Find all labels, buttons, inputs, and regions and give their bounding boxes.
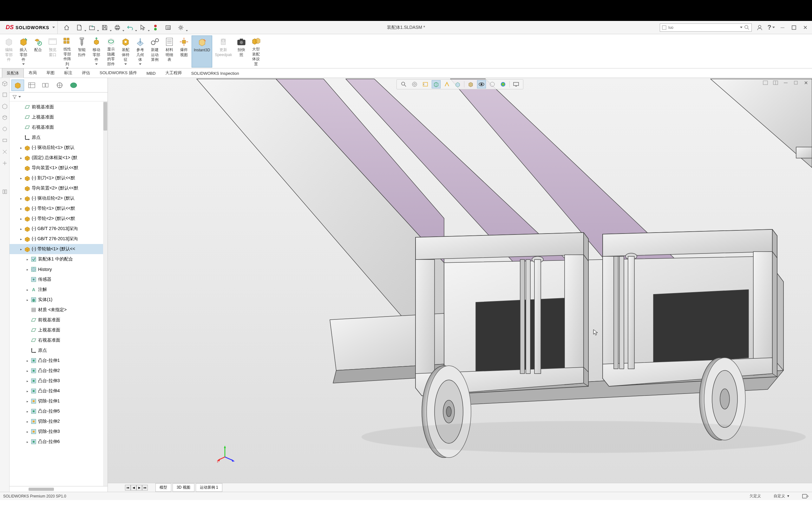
open-button[interactable] (88, 23, 96, 32)
tree-item-11[interactable]: ▸(-) 带轮<2> (默认<<默 (9, 214, 107, 224)
graphics-area[interactable]: — × (108, 78, 812, 492)
tree-item-0[interactable]: 前视基准面 (9, 102, 107, 112)
sheet-nav-last[interactable]: ⏭ (142, 485, 148, 491)
dyn-annot-button[interactable] (443, 80, 451, 89)
tree-expand-icon[interactable]: ▸ (19, 217, 23, 221)
tree-item-6[interactable]: 导向装置<1> (默认<<默 (9, 163, 107, 173)
tree-item-12[interactable]: ▸(-) GB/T 276-2013[深沟 (9, 224, 107, 234)
tree-expand-icon[interactable] (26, 278, 29, 281)
user-button[interactable] (756, 24, 763, 31)
tree-item-14[interactable]: ▸(-) 带轮轴<1> (默认<< (9, 244, 107, 254)
tree-item-21[interactable]: 前视基准面 (9, 315, 107, 325)
ribbon-tab-1[interactable]: 布局 (24, 68, 42, 78)
sheet-tab-model[interactable]: 模型 (155, 483, 171, 492)
undo-button[interactable] (125, 23, 135, 32)
tree-item-9[interactable]: ▸(-) 驱动后轮<2> (默认 (9, 193, 107, 204)
ribbon-tab-3[interactable]: 标注 (59, 68, 77, 78)
tree-item-31[interactable]: ▸切除-拉伸2 (9, 416, 107, 427)
hide-show-button[interactable] (477, 80, 486, 89)
rebuild-button[interactable] (151, 23, 160, 32)
ribbon-insert-part[interactable]: 插入零部件 (16, 36, 31, 67)
help-button[interactable]: ? (768, 24, 774, 31)
tree-item-3[interactable]: 原点 (9, 132, 107, 143)
ribbon-move-part[interactable]: 移动零部件 (90, 36, 103, 67)
tree-expand-icon[interactable]: ▸ (19, 146, 23, 150)
ribbon-linear-pattern[interactable]: 线性零部件阵列 (60, 36, 74, 67)
tree-item-29[interactable]: ▸切除-拉伸1 (9, 396, 107, 406)
tree-item-19[interactable]: ▸实体(1) (9, 295, 107, 305)
sheet-nav-next[interactable]: ▶ (136, 485, 142, 491)
options-list-button[interactable] (164, 23, 172, 32)
lt-tool9[interactable] (1, 188, 8, 195)
logo[interactable]: DS SOLIDWORKS (3, 21, 58, 34)
lt-cube2-icon[interactable] (1, 103, 8, 110)
tree-expand-icon[interactable] (19, 166, 23, 170)
tree-expand-icon[interactable]: ▸ (26, 409, 29, 413)
ribbon-assembly-features[interactable]: 装配体特征 (119, 36, 133, 67)
tree-expand-icon[interactable]: ▸ (19, 247, 23, 251)
tree-expand-icon[interactable] (19, 115, 23, 119)
settings-button[interactable] (176, 23, 185, 32)
vp-split2-button[interactable] (772, 79, 779, 86)
ribbon-show-hidden[interactable]: 显示隐藏的零部件 (104, 36, 118, 67)
vp-close-button[interactable]: × (803, 79, 809, 86)
tree-expand-icon[interactable]: ▸ (26, 389, 29, 393)
tree-expand-icon[interactable]: ▸ (19, 196, 23, 200)
tree-item-17[interactable]: 传感器 (9, 274, 107, 285)
zoom-area-button[interactable] (410, 80, 419, 89)
save-button[interactable] (100, 23, 109, 32)
tree-item-15[interactable]: ▸装配体1 中的配合 (9, 254, 107, 264)
tree-hscroll[interactable] (9, 486, 107, 492)
tree-expand-icon[interactable] (26, 338, 29, 342)
tree-expand-icon[interactable] (19, 105, 23, 109)
search-box[interactable]: luo (660, 23, 752, 32)
home-button[interactable] (62, 23, 71, 32)
scene-button[interactable] (499, 80, 507, 89)
tree-expand-icon[interactable] (26, 308, 29, 312)
tree-item-4[interactable]: ▸(-) 驱动后轮<1> (默认 (9, 143, 107, 153)
ribbon-tab-6[interactable]: MBD (142, 69, 160, 78)
select-button[interactable] (138, 23, 147, 32)
tree-expand-icon[interactable]: ▸ (19, 176, 23, 180)
tree-expand-icon[interactable] (19, 135, 23, 139)
lt-iso-icon[interactable] (1, 114, 8, 121)
tree-item-2[interactable]: 右视基准面 (9, 122, 107, 132)
tree-expand-icon[interactable] (26, 328, 29, 332)
tree-item-27[interactable]: ▸凸台-拉伸3 (9, 376, 107, 386)
tree-filter[interactable] (9, 93, 107, 101)
tree-item-30[interactable]: ▸凸台-拉伸5 (9, 406, 107, 416)
tree-expand-icon[interactable]: ▸ (26, 288, 29, 291)
lt-cube-icon[interactable] (1, 80, 8, 87)
tree-expand-icon[interactable]: ▸ (26, 369, 29, 373)
tree-expand-icon[interactable] (19, 125, 23, 129)
tree-expand-icon[interactable]: ▸ (26, 268, 29, 271)
lt-tool8[interactable] (1, 160, 8, 167)
tree-item-25[interactable]: ▸凸台-拉伸1 (9, 355, 107, 366)
ribbon-tab-7[interactable]: 大工程师 (160, 68, 187, 78)
tree-item-5[interactable]: ▸(固定) 总体框架<1> (默 (9, 153, 107, 163)
ribbon-tab-2[interactable]: 草图 (42, 68, 59, 78)
prev-view-button[interactable] (421, 80, 430, 89)
sheet-nav-first[interactable]: ⏮ (125, 485, 131, 491)
ribbon-tab-4[interactable]: 评估 (77, 68, 95, 78)
lt-box-icon[interactable] (1, 91, 8, 98)
vp-minimize-button[interactable]: — (782, 79, 789, 86)
search-icon[interactable] (745, 25, 750, 30)
maximize-button[interactable] (791, 24, 798, 31)
tree-expand-icon[interactable]: ▸ (26, 359, 29, 362)
tree-expand-icon[interactable]: ▸ (26, 379, 29, 383)
tree-expand-icon[interactable]: ▸ (19, 207, 23, 210)
fm-tab-display[interactable] (67, 79, 80, 91)
tree-expand-icon[interactable] (26, 349, 29, 352)
status-custom[interactable]: 自定义 ▾ (774, 493, 789, 499)
fm-tab-config[interactable] (39, 79, 52, 91)
lt-tool7[interactable] (1, 148, 8, 155)
fm-tab-property[interactable] (26, 79, 38, 91)
tree-item-18[interactable]: ▸A注解 (9, 285, 107, 295)
ribbon-mate[interactable]: 配合 (31, 36, 45, 67)
tree-expand-icon[interactable]: ▸ (26, 257, 29, 261)
zoom-fit-button[interactable] (399, 80, 408, 89)
tree-expand-icon[interactable] (26, 318, 29, 322)
tree-expand-icon[interactable]: ▸ (26, 440, 29, 444)
section-view-button[interactable] (432, 80, 441, 89)
